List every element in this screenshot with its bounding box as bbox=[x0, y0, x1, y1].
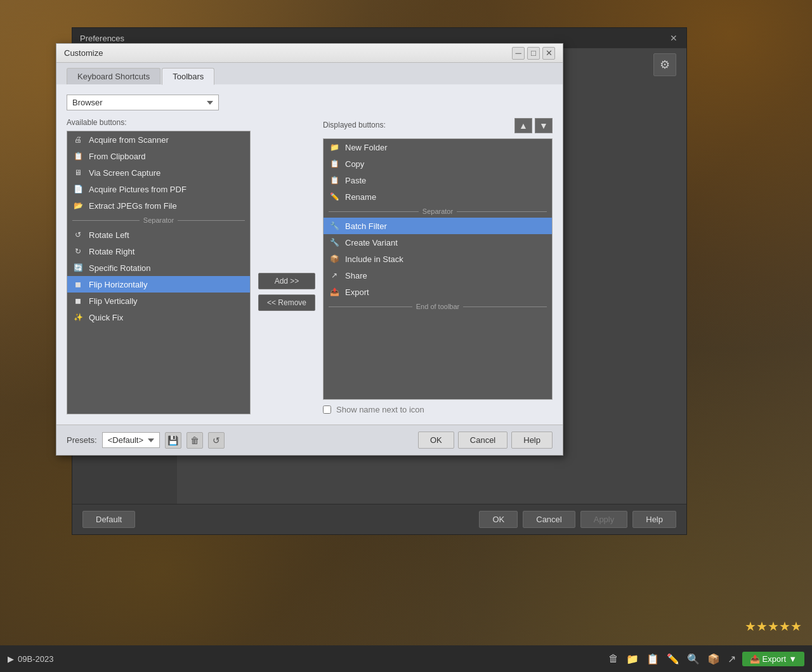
displayed-item-batch-filter[interactable]: 🔧Batch Filter bbox=[324, 218, 552, 234]
delete-icon[interactable]: 🗑 bbox=[607, 652, 620, 666]
paste-icon: 📋 bbox=[329, 175, 340, 186]
displayed-item-new-folder[interactable]: 📁New Folder bbox=[324, 139, 552, 155]
toolbar-dropdown[interactable]: Browser Viewer Editor bbox=[67, 95, 219, 110]
export-label: Export bbox=[345, 287, 369, 297]
taskbar: ▶ 09B-2023 🗑 📁 📋 ✏️ 🔍 📦 ↗ 📤 Export ▼ bbox=[0, 645, 812, 672]
folder-icon[interactable]: 📁 bbox=[625, 652, 640, 666]
customize-ok-button[interactable]: OK bbox=[418, 432, 454, 449]
show-name-checkbox[interactable] bbox=[323, 405, 331, 414]
rotate-right-label: Rotate Right bbox=[89, 247, 134, 256]
gear-icon[interactable]: ⚙ bbox=[653, 53, 676, 76]
move-down-button[interactable]: ▼ bbox=[535, 118, 553, 133]
star-rating: ★★★★★ bbox=[745, 619, 802, 634]
new-folder-icon: 📁 bbox=[329, 142, 340, 153]
preferences-close-button[interactable]: ✕ bbox=[669, 33, 679, 43]
batch-filter-label: Batch Filter bbox=[345, 221, 387, 231]
play-icon: ▶ bbox=[8, 654, 14, 664]
new-folder-label: New Folder bbox=[345, 143, 387, 152]
copy-label: Copy bbox=[345, 159, 364, 169]
specific-rotation-icon: 🔄 bbox=[72, 262, 84, 273]
available-item-quick-fix[interactable]: ✨Quick Fix bbox=[67, 309, 250, 326]
displayed-buttons-column: Displayed buttons: ▲ ▼ 📁New Folder📋Copy📋… bbox=[323, 118, 553, 414]
export-label: Export bbox=[763, 654, 787, 664]
customize-titlebar: Customize ─ □ ✕ bbox=[56, 44, 563, 63]
available-item-rotate-right[interactable]: ↻Rotate Right bbox=[67, 243, 250, 260]
separator: Separator bbox=[67, 214, 250, 227]
customize-body: Browser Viewer Editor Available buttons:… bbox=[56, 84, 563, 425]
available-item-rotate-left[interactable]: ↺Rotate Left bbox=[67, 227, 250, 243]
presets-label: Presets: bbox=[67, 435, 97, 445]
from-clipboard-icon: 📋 bbox=[72, 150, 84, 162]
customize-cancel-button[interactable]: Cancel bbox=[458, 432, 508, 449]
folder-label: 09B-2023 bbox=[18, 654, 53, 664]
presets-dropdown[interactable]: <Default> bbox=[102, 432, 160, 448]
available-item-specific-rotation[interactable]: 🔄Specific Rotation bbox=[67, 260, 250, 276]
export-icon: 📤 bbox=[329, 286, 340, 298]
paste-label: Paste bbox=[345, 176, 366, 185]
rename-icon[interactable]: ✏️ bbox=[665, 652, 681, 666]
available-buttons-list[interactable]: 🖨Acquire from Scanner📋From Clipboard🖥Via… bbox=[67, 131, 251, 414]
acquire-pictures-from-pdf-label: Acquire Pictures from PDF bbox=[89, 185, 187, 194]
from-clipboard-label: From Clipboard bbox=[89, 152, 146, 161]
preferences-apply-button[interactable]: Apply bbox=[580, 511, 628, 528]
preferences-default-button[interactable]: Default bbox=[82, 511, 135, 528]
move-up-button[interactable]: ▲ bbox=[514, 118, 532, 133]
export-button[interactable]: 📤 Export ▼ bbox=[742, 652, 804, 666]
customize-dialog: Customize ─ □ ✕ Keyboard Shortcuts Toolb… bbox=[56, 43, 563, 456]
customize-columns: Available buttons: 🖨Acquire from Scanner… bbox=[67, 118, 553, 414]
customize-tabs: Keyboard Shortcuts Toolbars bbox=[56, 63, 563, 84]
copy-icon[interactable]: 📋 bbox=[645, 652, 660, 666]
add-button[interactable]: Add >> bbox=[258, 273, 315, 289]
preferences-help-button[interactable]: Help bbox=[632, 511, 676, 528]
quick-fix-label: Quick Fix bbox=[89, 313, 123, 322]
displayed-item-create-variant[interactable]: 🔧Create Variant bbox=[324, 234, 552, 251]
presets-row: Presets: <Default> 💾 🗑 ↺ bbox=[67, 432, 225, 449]
create-variant-label: Create Variant bbox=[345, 238, 398, 247]
reset-preset-button[interactable]: ↺ bbox=[208, 432, 225, 449]
include-in-stack-label: Include in Stack bbox=[345, 254, 403, 264]
customize-help-button[interactable]: Help bbox=[511, 432, 553, 449]
taskbar-folder: ▶ 09B-2023 bbox=[8, 654, 53, 664]
customize-maximize-button[interactable]: □ bbox=[527, 47, 540, 60]
preferences-title: Preferences bbox=[80, 34, 124, 43]
tab-toolbars[interactable]: Toolbars bbox=[162, 68, 214, 85]
customize-minimize-button[interactable]: ─ bbox=[512, 47, 525, 60]
available-item-extract-jpegs-from-file[interactable]: 📂Extract JPEGs from File bbox=[67, 197, 250, 214]
available-item-flip-horizontally[interactable]: ◼Flip Horizontally bbox=[67, 276, 250, 293]
available-item-acquire-from-scanner[interactable]: 🖨Acquire from Scanner bbox=[67, 131, 250, 148]
displayed-item-share[interactable]: ↗Share bbox=[324, 267, 552, 284]
displayed-item-rename[interactable]: ✏️Rename bbox=[324, 188, 552, 205]
displayed-item-export[interactable]: 📤Export bbox=[324, 284, 552, 300]
customize-close-button[interactable]: ✕ bbox=[542, 47, 555, 60]
share-label: Share bbox=[345, 271, 367, 280]
displayed-item-paste[interactable]: 📋Paste bbox=[324, 172, 552, 188]
displayed-buttons-list[interactable]: 📁New Folder📋Copy📋Paste✏️RenameSeparator🔧… bbox=[323, 138, 553, 400]
displayed-buttons-label: Displayed buttons: bbox=[323, 121, 386, 129]
specific-rotation-label: Specific Rotation bbox=[89, 263, 151, 273]
available-item-flip-vertically[interactable]: ◼Flip Vertically bbox=[67, 293, 250, 309]
stack-icon[interactable]: 📦 bbox=[706, 652, 721, 666]
available-item-acquire-pictures-from-pdf[interactable]: 📄Acquire Pictures from PDF bbox=[67, 181, 250, 197]
via-screen-capture-label: Via Screen Capture bbox=[89, 168, 160, 178]
available-item-via-screen-capture[interactable]: 🖥Via Screen Capture bbox=[67, 164, 250, 181]
delete-preset-button[interactable]: 🗑 bbox=[187, 432, 203, 449]
toolbar-select-row: Browser Viewer Editor bbox=[67, 95, 553, 110]
rename-label: Rename bbox=[345, 192, 376, 202]
separator-4: Separator bbox=[324, 205, 552, 218]
include-in-stack-icon: 📦 bbox=[329, 253, 340, 265]
save-preset-button[interactable]: 💾 bbox=[165, 432, 181, 449]
acquire-pictures-from-pdf-icon: 📄 bbox=[72, 183, 84, 195]
displayed-item-copy[interactable]: 📋Copy bbox=[324, 155, 552, 172]
rotate-right-icon: ↻ bbox=[72, 246, 84, 257]
batch-filter-icon: 🔧 bbox=[329, 220, 340, 232]
flip-horizontally-icon: ◼ bbox=[72, 279, 84, 290]
preferences-cancel-button[interactable]: Cancel bbox=[523, 511, 575, 528]
preferences-ok-button[interactable]: OK bbox=[479, 511, 518, 528]
rotate-left-icon: ↺ bbox=[72, 229, 84, 240]
tab-keyboard-shortcuts[interactable]: Keyboard Shortcuts bbox=[67, 68, 160, 84]
available-item-from-clipboard[interactable]: 📋From Clipboard bbox=[67, 148, 250, 164]
remove-button[interactable]: << Remove bbox=[258, 294, 315, 311]
filter-icon[interactable]: 🔍 bbox=[686, 652, 701, 666]
share-icon[interactable]: ↗ bbox=[726, 652, 737, 666]
displayed-item-include-in-stack[interactable]: 📦Include in Stack bbox=[324, 251, 552, 267]
